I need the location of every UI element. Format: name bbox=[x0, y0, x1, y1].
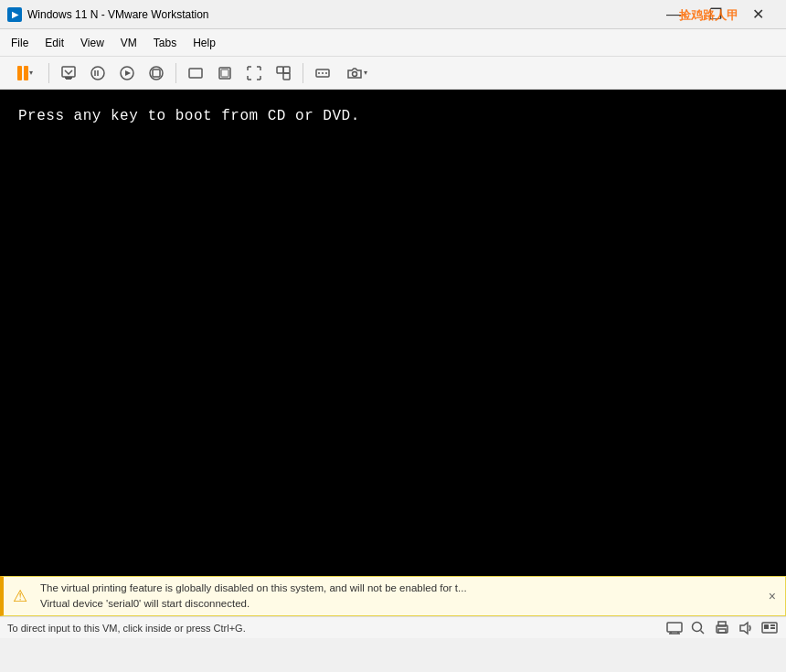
svg-rect-25 bbox=[718, 622, 726, 626]
poweroff-button[interactable] bbox=[143, 60, 169, 86]
svg-rect-7 bbox=[189, 69, 202, 78]
restore-button[interactable]: ❐ bbox=[695, 1, 737, 28]
svg-rect-11 bbox=[283, 73, 290, 80]
resume-button[interactable] bbox=[114, 60, 140, 86]
pause-icon bbox=[17, 66, 28, 80]
fullscreen-button[interactable] bbox=[241, 60, 267, 86]
status-text: To direct input to this VM, click inside… bbox=[7, 623, 665, 634]
svg-rect-6 bbox=[153, 69, 160, 77]
minimize-button[interactable]: — bbox=[653, 1, 695, 28]
svg-rect-18 bbox=[667, 623, 682, 632]
svg-rect-29 bbox=[764, 624, 769, 629]
unity-button[interactable] bbox=[271, 60, 296, 86]
close-button[interactable]: ✕ bbox=[737, 1, 779, 28]
status-icon-vm[interactable] bbox=[760, 621, 779, 635]
separator-3 bbox=[303, 63, 303, 83]
vm-screen[interactable]: Press any key to boot from CD or DVD. ⚠ … bbox=[0, 90, 786, 638]
suspend-button[interactable] bbox=[85, 60, 111, 86]
poweroff-icon bbox=[148, 65, 165, 81]
resume-icon bbox=[119, 65, 135, 81]
fit-window-button[interactable] bbox=[183, 60, 208, 86]
suspend-icon bbox=[90, 65, 106, 81]
status-icon-display[interactable] bbox=[665, 621, 684, 635]
svg-line-23 bbox=[701, 630, 705, 634]
menu-tabs[interactable]: Tabs bbox=[146, 33, 184, 53]
svg-rect-2 bbox=[66, 79, 71, 80]
window-controls: — ❐ ✕ bbox=[653, 1, 779, 28]
status-bar: To direct input to this VM, click inside… bbox=[0, 616, 786, 638]
actual-size-icon bbox=[217, 65, 233, 81]
separator-2 bbox=[175, 63, 176, 83]
unity-icon bbox=[275, 65, 292, 81]
svg-rect-9 bbox=[221, 69, 228, 77]
status-icon-search[interactable] bbox=[689, 621, 707, 635]
window-title: Windows 11 N - VMware Workstation bbox=[27, 8, 653, 21]
menu-file[interactable]: File bbox=[4, 33, 36, 53]
menu-edit[interactable]: Edit bbox=[37, 33, 71, 53]
svg-point-17 bbox=[352, 71, 356, 76]
menu-bar: File Edit View VM Tabs Help bbox=[0, 29, 786, 57]
svg-rect-12 bbox=[283, 67, 290, 73]
vm-display-content: Press any key to boot from CD or DVD. bbox=[0, 90, 786, 143]
fit-window-icon bbox=[187, 65, 204, 81]
pause-button[interactable]: ▾ bbox=[7, 60, 42, 86]
status-icons bbox=[665, 621, 779, 635]
capture-button[interactable]: ▾ bbox=[339, 60, 374, 86]
notification-text: The virtual printing feature is globally… bbox=[37, 577, 759, 616]
menu-view[interactable]: View bbox=[73, 33, 112, 53]
send-key-button[interactable] bbox=[310, 60, 335, 86]
app-icon: ▶ bbox=[7, 7, 22, 22]
capture-icon bbox=[346, 65, 363, 81]
svg-rect-10 bbox=[277, 67, 283, 73]
svg-point-22 bbox=[693, 622, 702, 631]
status-icon-print[interactable] bbox=[713, 621, 731, 635]
svg-rect-30 bbox=[770, 624, 775, 626]
send-key-icon bbox=[314, 65, 331, 81]
fullscreen-icon bbox=[246, 65, 262, 81]
warning-icon: ⚠ bbox=[4, 577, 37, 616]
svg-point-5 bbox=[150, 67, 163, 80]
status-icon-sound[interactable] bbox=[737, 621, 755, 635]
notification-bar: ⚠ The virtual printing feature is global… bbox=[0, 576, 786, 617]
notification-line1: The virtual printing feature is globally… bbox=[40, 581, 756, 596]
svg-rect-26 bbox=[718, 629, 726, 633]
svg-rect-0 bbox=[62, 67, 75, 77]
menu-vm[interactable]: VM bbox=[113, 33, 144, 53]
notification-line2: Virtual device 'serial0' will start disc… bbox=[40, 596, 756, 612]
menu-help[interactable]: Help bbox=[186, 33, 223, 53]
capture-dropdown-arrow: ▾ bbox=[364, 69, 367, 77]
title-bar: ▶ Windows 11 N - VMware Workstation 捡鸡路人… bbox=[0, 0, 786, 29]
snapshot-icon bbox=[60, 65, 77, 81]
pause-dropdown-arrow: ▾ bbox=[29, 69, 33, 77]
actual-size-button[interactable] bbox=[212, 60, 238, 86]
svg-rect-31 bbox=[770, 627, 775, 629]
boot-message: Press any key to boot from CD or DVD. bbox=[18, 108, 360, 124]
notification-close-button[interactable]: × bbox=[759, 577, 785, 616]
svg-marker-27 bbox=[740, 623, 748, 634]
separator-1 bbox=[48, 63, 49, 83]
snapshot-button[interactable] bbox=[56, 60, 81, 86]
svg-rect-1 bbox=[65, 77, 72, 79]
toolbar: ▾ bbox=[0, 57, 786, 90]
